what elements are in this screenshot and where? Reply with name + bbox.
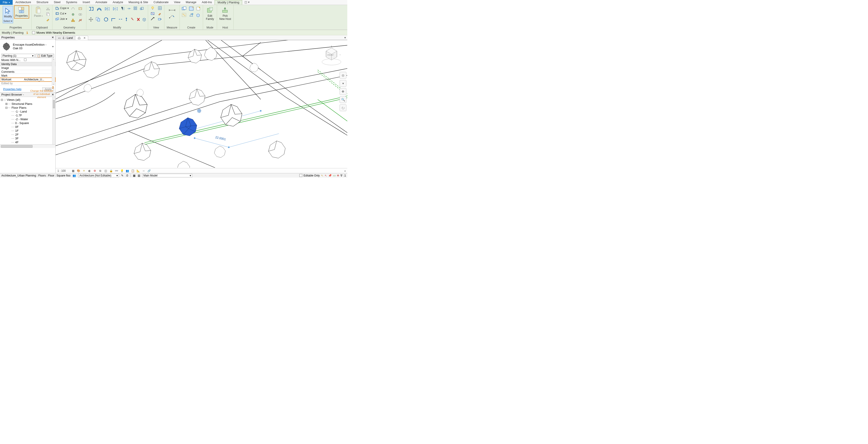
sun-path-icon[interactable]: ☀: [82, 169, 86, 173]
row-workset[interactable]: Workset Architecture_U...: [0, 78, 55, 81]
menu-architecture[interactable]: Architecture: [13, 0, 34, 5]
editable-only-checkbox[interactable]: Editable Only: [299, 174, 320, 177]
group-identity[interactable]: Identity Data⌃: [0, 62, 55, 66]
copy-icon[interactable]: [95, 16, 102, 22]
pin-icon[interactable]: [124, 16, 129, 22]
menu-annotate[interactable]: Annotate: [93, 0, 110, 5]
menu-insert[interactable]: Insert: [80, 0, 93, 5]
type-dropdown-icon[interactable]: ▾: [52, 45, 54, 48]
reveal-hidden-icon[interactable]: 💡: [120, 169, 124, 173]
rendering-icon[interactable]: ⚙: [93, 169, 97, 173]
menu-view[interactable]: View: [172, 0, 183, 5]
trim-extend-icon[interactable]: [120, 6, 125, 12]
orbit-icon[interactable]: ⭮: [340, 104, 346, 111]
split-icon[interactable]: [127, 6, 132, 12]
active-workset-combo[interactable]: Architecture (Not Editable)▾: [78, 174, 119, 177]
grid-scrollbar[interactable]: ⌃ ⌄: [52, 58, 55, 86]
scale-small-icon[interactable]: [139, 6, 144, 12]
select-pinned-icon[interactable]: 📌: [328, 174, 332, 177]
cope-button[interactable]: Cope ▾: [55, 6, 68, 10]
paint-icon[interactable]: [157, 11, 163, 16]
menu-steel[interactable]: Steel: [51, 0, 63, 5]
viewport[interactable]: 6.7528 22.0001: [56, 40, 347, 168]
select-underlay-icon[interactable]: ↖: [325, 174, 327, 177]
create-similar-icon[interactable]: [181, 6, 187, 11]
val-mark[interactable]: [23, 74, 55, 77]
create-group-icon[interactable]: [181, 12, 187, 18]
select-links-icon[interactable]: ↖: [321, 174, 323, 177]
menu-file[interactable]: File: [0, 0, 13, 5]
cut-small[interactable]: [45, 6, 51, 11]
offset-icon[interactable]: [96, 6, 103, 12]
cut-button[interactable]: Cut ▾: [55, 11, 68, 16]
array-icon[interactable]: [133, 6, 138, 12]
menu-modify-context[interactable]: Modify | Planting: [215, 0, 242, 5]
trim-corner-icon[interactable]: [111, 16, 117, 22]
viewcube[interactable]: FRONT ⌄: [320, 44, 343, 67]
side-hscroll[interactable]: [0, 144, 55, 148]
temp-view-prop-icon[interactable]: 📋: [131, 169, 135, 173]
full-nav-wheel-icon[interactable]: ◎: [340, 72, 346, 79]
lightbulb-icon[interactable]: [150, 6, 156, 10]
menu-manage[interactable]: Manage: [183, 0, 199, 5]
align-icon[interactable]: [88, 6, 94, 12]
lock-3d-icon[interactable]: 🔒: [109, 169, 113, 173]
create-family-icon[interactable]: [195, 12, 202, 18]
edit-family-button[interactable]: Edit Family: [205, 6, 215, 21]
select-dropdown[interactable]: Select ▾: [3, 20, 12, 23]
close-icon[interactable]: ✕: [52, 36, 54, 39]
design-options-icon[interactable]: ▦: [133, 174, 135, 177]
view-scale[interactable]: 1 : 100: [57, 169, 66, 172]
measure-button[interactable]: [167, 6, 177, 20]
detail-level-icon[interactable]: ▦: [71, 169, 75, 173]
visual-style-icon[interactable]: 🎨: [76, 169, 81, 173]
tab-3d[interactable]: ✕: [75, 36, 88, 40]
tab-land[interactable]: ▭-1 - Land: [56, 36, 75, 40]
filter-icon[interactable]: ∇: [341, 174, 342, 177]
menu-addins[interactable]: Add-Ins: [199, 0, 215, 5]
crop-view-icon[interactable]: ⧉: [98, 169, 102, 173]
geom-b-icon[interactable]: [70, 12, 76, 17]
unpin-icon[interactable]: [130, 16, 134, 22]
parts-icon[interactable]: [188, 12, 194, 18]
linework-icon[interactable]: [150, 17, 156, 21]
override-icon[interactable]: [157, 6, 163, 10]
menu-analyze[interactable]: Analyze: [110, 0, 126, 5]
assembly-icon[interactable]: [188, 6, 194, 11]
hide-icon[interactable]: [150, 11, 156, 16]
workset-status-icon[interactable]: 👥: [72, 174, 76, 177]
scale-3d-icon[interactable]: [142, 16, 147, 22]
geom-c-icon[interactable]: [70, 18, 76, 23]
analytical-icon[interactable]: 📐: [136, 169, 141, 173]
split-face-icon[interactable]: [77, 12, 83, 17]
split-gap-icon[interactable]: [118, 16, 123, 22]
tab-close-icon[interactable]: ✕: [84, 36, 86, 39]
demolish-icon[interactable]: [77, 18, 83, 23]
design-option-combo[interactable]: Main Model▾: [143, 174, 192, 177]
temp-hide-icon[interactable]: 👓: [115, 169, 119, 173]
properties-help-link[interactable]: Properties help: [1, 87, 23, 92]
modify-tool[interactable]: Modify Select ▾: [3, 6, 13, 23]
geom-a-icon[interactable]: [70, 6, 76, 11]
exclude-options-icon[interactable]: ▥: [138, 174, 140, 177]
wall-opening-icon[interactable]: [77, 6, 83, 11]
tree-scrollbar[interactable]: [52, 97, 55, 144]
menu-massing-site[interactable]: Massing & Site: [126, 0, 151, 5]
menu-structure[interactable]: Structure: [34, 0, 51, 5]
rotate-icon[interactable]: [103, 16, 109, 22]
reveal-constraints-icon[interactable]: 🔗: [147, 169, 151, 173]
val-comments[interactable]: [23, 70, 55, 74]
move-icon[interactable]: [88, 16, 94, 22]
crop-region-icon[interactable]: ◫: [104, 169, 108, 173]
moves-nearby-checkbox[interactable]: Moves With Nearby Elements: [32, 31, 75, 34]
moves-checkbox-prop[interactable]: [24, 59, 27, 61]
project-tree[interactable]: ⊟ ⸬ Views (all) ⊞Structural Plans ⊟Floor…: [0, 97, 55, 144]
mirror-pick-icon[interactable]: [104, 6, 111, 12]
pick-new-host-button[interactable]: Pick New Host: [218, 6, 232, 21]
val-image[interactable]: [23, 66, 55, 70]
delete-icon[interactable]: [136, 16, 141, 22]
tab-overflow[interactable]: ▾: [88, 35, 347, 40]
shadows-icon[interactable]: ◐: [88, 169, 92, 173]
drag-elements-icon[interactable]: ✥: [337, 174, 339, 177]
type-selector[interactable]: Enscape AssetDefinition - Oak 03 ▾: [0, 40, 55, 53]
